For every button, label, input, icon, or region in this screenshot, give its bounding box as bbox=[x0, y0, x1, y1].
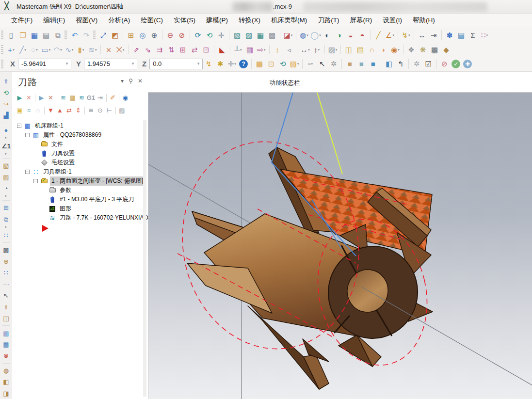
plane-1-icon[interactable]: ∠1 bbox=[1, 142, 11, 151]
machine-sim-strip-icon[interactable]: ▟ bbox=[1, 111, 11, 120]
axes-dropdown-icon[interactable]: ▾ bbox=[240, 48, 242, 51]
flyout-arrow-icon[interactable]: ▸ bbox=[5, 194, 7, 199]
hook-arrow-icon[interactable]: ↪ bbox=[1, 99, 11, 109]
image-icon[interactable]: ▨ bbox=[117, 106, 127, 115]
select-cursor-icon[interactable]: ↖ bbox=[317, 59, 327, 69]
move-insert-icon[interactable]: ⇄ bbox=[64, 106, 74, 115]
grid-panel-icon[interactable]: ∷ bbox=[1, 268, 11, 277]
normal-plane-icon[interactable]: ◣ bbox=[217, 44, 227, 55]
select-entities-icon[interactable]: ✲ bbox=[328, 59, 339, 69]
xform-offset-icon[interactable]: ⇉ bbox=[154, 44, 165, 55]
select-box-icon[interactable]: ⊡ bbox=[266, 59, 276, 69]
y-coordinate-input[interactable]: 1.94575▼ bbox=[84, 59, 137, 69]
ok-icon[interactable]: ✓ bbox=[451, 60, 460, 68]
tree-item-label[interactable]: 图形 bbox=[58, 204, 73, 213]
menu-item-4[interactable]: 绘图(C) bbox=[135, 14, 168, 27]
search-cube-icon[interactable]: ⊕ bbox=[1, 257, 11, 266]
measure-icon[interactable]: ⊢ bbox=[105, 106, 114, 115]
unselect-all-ops-icon[interactable]: ✕ bbox=[24, 93, 33, 102]
create-arc-icon[interactable]: ◌▾ bbox=[29, 44, 40, 55]
axis-snap-dropdown-icon[interactable]: ▾ bbox=[234, 62, 236, 65]
pan-icon[interactable]: ✛ bbox=[216, 30, 226, 40]
analyze-dynamic-icon[interactable]: ↯▾ bbox=[401, 30, 411, 40]
help-icon[interactable]: ? bbox=[239, 60, 248, 68]
fit-screen-icon[interactable]: ⤢ bbox=[98, 30, 109, 40]
analyze-dynamic-dropdown-icon[interactable]: ▾ bbox=[408, 33, 410, 37]
lock-icon[interactable]: ▣ bbox=[15, 106, 24, 115]
panel-help-icon[interactable]: ◉ bbox=[121, 93, 130, 102]
surface-fillet-icon[interactable]: ∩ bbox=[367, 44, 377, 55]
cube-sim-icon[interactable]: ◧ bbox=[1, 377, 11, 386]
cube-split-icon[interactable]: ◫ bbox=[1, 314, 11, 323]
create-rectangle-icon[interactable]: ▭▾ bbox=[41, 44, 51, 55]
rotate-view-icon[interactable]: ⟲ bbox=[204, 30, 215, 40]
create-fillet-dropdown-icon[interactable]: ▾ bbox=[60, 48, 62, 51]
apply-icon[interactable]: ✚ bbox=[463, 60, 472, 68]
menu-item-12[interactable]: 帮助(H) bbox=[407, 14, 440, 27]
create-rectangle-dropdown-icon[interactable]: ▾ bbox=[49, 48, 51, 51]
analyze-entity-icon[interactable]: ╱ bbox=[373, 30, 384, 40]
note-icon[interactable]: ↕ bbox=[272, 44, 283, 55]
tree-expand-box[interactable]: − bbox=[25, 170, 30, 174]
refresh-ops-icon[interactable]: ⟲ bbox=[1, 88, 11, 97]
gear-history-icon[interactable]: ✲ bbox=[411, 59, 422, 69]
report-icon[interactable]: ▤ bbox=[456, 30, 467, 40]
flip-isometric-view-icon[interactable]: ▨ bbox=[243, 30, 254, 40]
print-icon[interactable]: ▤ bbox=[41, 30, 51, 40]
shaded-icon[interactable]: ◐ bbox=[322, 30, 333, 40]
machine-sim-icon[interactable]: ❖ bbox=[406, 44, 417, 55]
tree-item-label[interactable]: 文件 bbox=[50, 140, 64, 149]
z-dropdown-caret[interactable]: ▼ bbox=[196, 62, 200, 66]
remove-hidden-icon[interactable]: ◒ bbox=[345, 30, 356, 40]
menu-item-0[interactable]: 文件(F) bbox=[6, 14, 38, 27]
books-icon[interactable]: ▥ bbox=[1, 328, 11, 337]
run-selected-icon[interactable]: ▶ bbox=[37, 93, 46, 102]
stock-model-icon[interactable]: ▩ bbox=[429, 44, 440, 55]
menu-item-11[interactable]: 设置(I) bbox=[377, 14, 407, 27]
select-all-ops-icon[interactable]: ▶ bbox=[15, 93, 24, 102]
menu-item-9[interactable]: 刀路(T) bbox=[312, 14, 344, 27]
unzoom-icon[interactable]: ⊖ bbox=[165, 30, 176, 40]
hatch-dropdown-icon[interactable]: ▾ bbox=[336, 48, 338, 51]
tree-item-toolpath-file[interactable]: ≋刀路 - 7.7K - 160702-YELUNXIAO.I bbox=[12, 213, 142, 223]
label-icon[interactable]: ◃ bbox=[284, 44, 294, 55]
create-spline-icon[interactable]: ∿▾ bbox=[64, 44, 75, 55]
panel-pin-icon[interactable]: ⚲ bbox=[129, 78, 133, 84]
xform-stretch-icon[interactable]: ⇄ bbox=[189, 44, 200, 55]
tree-expand-box[interactable]: − bbox=[33, 179, 38, 183]
tree-item-label[interactable]: 机床群组-1 bbox=[33, 121, 65, 130]
flyout-arrow-icon[interactable]: ▸ bbox=[5, 225, 7, 230]
xform-translate-icon[interactable]: ⇗ bbox=[131, 44, 142, 55]
nodes-icon[interactable]: ∷ bbox=[1, 231, 11, 240]
dynamic-rotate-icon[interactable]: ⟳ bbox=[193, 30, 203, 40]
tree-item-tool[interactable]: #1 - M3.00 平底刀 - 3 平底刀 bbox=[12, 195, 142, 204]
analyze-chain-icon[interactable]: ⇥ bbox=[428, 30, 439, 40]
grid-options-icon[interactable]: ∷▾ bbox=[479, 30, 490, 40]
cplane-blob-icon[interactable]: ● bbox=[1, 126, 11, 135]
grid-icon[interactable]: ▦ bbox=[244, 44, 255, 55]
analyze-angle-icon[interactable]: ∠▾ bbox=[385, 30, 395, 40]
autocursor-config-icon[interactable]: ✱ bbox=[215, 59, 226, 69]
insert-arrow-marker[interactable] bbox=[42, 225, 48, 232]
flyout-arrow-icon[interactable]: ▸ bbox=[5, 152, 7, 157]
x-coordinate-input[interactable]: -5.96491▼ bbox=[18, 59, 71, 69]
tree-item-label[interactable]: 刀具群组-1 bbox=[42, 167, 73, 176]
panel-close-icon[interactable]: ✕ bbox=[138, 78, 143, 84]
trim-icon[interactable]: ⨯ bbox=[103, 44, 114, 55]
create-solid-icon[interactable]: ▮▾ bbox=[76, 44, 86, 55]
export-dropdown-icon[interactable]: ▾ bbox=[264, 48, 266, 51]
zoom-target-icon[interactable]: ◎ bbox=[137, 30, 148, 40]
dim-vertical-icon[interactable]: ↕▾ bbox=[311, 44, 322, 55]
solid-rotate-dropdown-icon[interactable]: ▾ bbox=[398, 48, 400, 51]
undo-icon[interactable]: ↶ bbox=[69, 30, 80, 40]
interrupt-icon[interactable]: ⊘ bbox=[439, 59, 450, 69]
edit-icon[interactable]: ✐ bbox=[108, 93, 117, 102]
select-last-icon[interactable]: ↰ bbox=[395, 59, 406, 69]
xform-array-icon[interactable]: ⊞ bbox=[177, 44, 188, 55]
select-plane-icon[interactable]: ◧ bbox=[384, 59, 394, 69]
break-icon[interactable]: ⨉▾ bbox=[115, 44, 126, 55]
statistics-icon[interactable]: Σ bbox=[468, 30, 478, 40]
validate-cursor-icon[interactable]: ☑ bbox=[423, 59, 434, 69]
surface-flat-icon[interactable]: ▤ bbox=[355, 44, 366, 55]
menu-item-6[interactable]: 建模(P) bbox=[201, 14, 233, 27]
